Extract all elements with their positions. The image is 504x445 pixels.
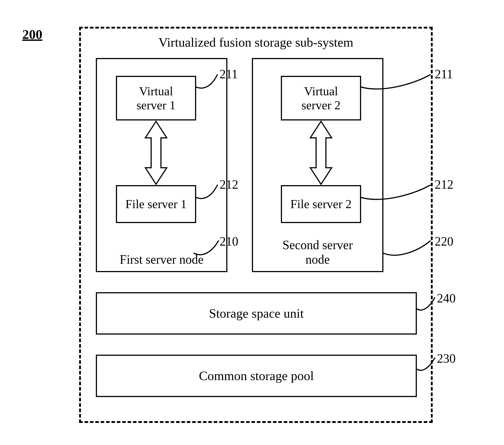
- common-storage-pool-box: Common storage pool: [96, 355, 417, 397]
- leader-line-icon: [196, 74, 221, 94]
- storage-space-unit-label: Storage space unit: [97, 306, 416, 321]
- leader-line-icon: [196, 184, 221, 204]
- second-server-node-label: Second server node: [253, 238, 382, 267]
- leader-line-icon: [194, 240, 221, 260]
- leader-line-icon: [361, 184, 432, 204]
- file-server-2-label: File server 2: [282, 197, 360, 211]
- ref-fs1: 212: [219, 177, 238, 192]
- virtual-server-1-label: Virtual server 1: [117, 84, 195, 112]
- ref-vs1: 211: [219, 67, 238, 81]
- leader-line-icon: [383, 240, 432, 260]
- bidirectional-arrow-icon: [143, 120, 169, 185]
- ref-fs2: 212: [435, 177, 453, 192]
- virtual-server-2-label: Virtual server 2: [282, 84, 360, 112]
- ref-node1: 210: [219, 234, 238, 248]
- ref-ssu: 240: [437, 291, 456, 305]
- virtual-server-1-box: Virtual server 1: [116, 76, 196, 120]
- ref-vs2: 211: [435, 67, 453, 81]
- outer-subsystem-title: Virtualized fusion storage sub-system: [81, 35, 431, 50]
- leader-line-icon: [417, 357, 437, 375]
- file-server-1-box: File server 1: [116, 185, 196, 223]
- storage-space-unit-box: Storage space unit: [96, 292, 417, 334]
- file-server-1-label: File server 1: [117, 197, 195, 211]
- virtual-server-2-box: Virtual server 2: [281, 76, 361, 120]
- ref-csp: 230: [437, 351, 456, 366]
- figure-number: 200: [22, 27, 42, 42]
- leader-line-icon: [417, 297, 437, 315]
- common-storage-pool-label: Common storage pool: [97, 369, 416, 383]
- bidirectional-arrow-icon: [308, 120, 334, 185]
- ref-node2: 220: [435, 234, 453, 248]
- leader-line-icon: [361, 74, 432, 94]
- file-server-2-box: File server 2: [281, 185, 361, 223]
